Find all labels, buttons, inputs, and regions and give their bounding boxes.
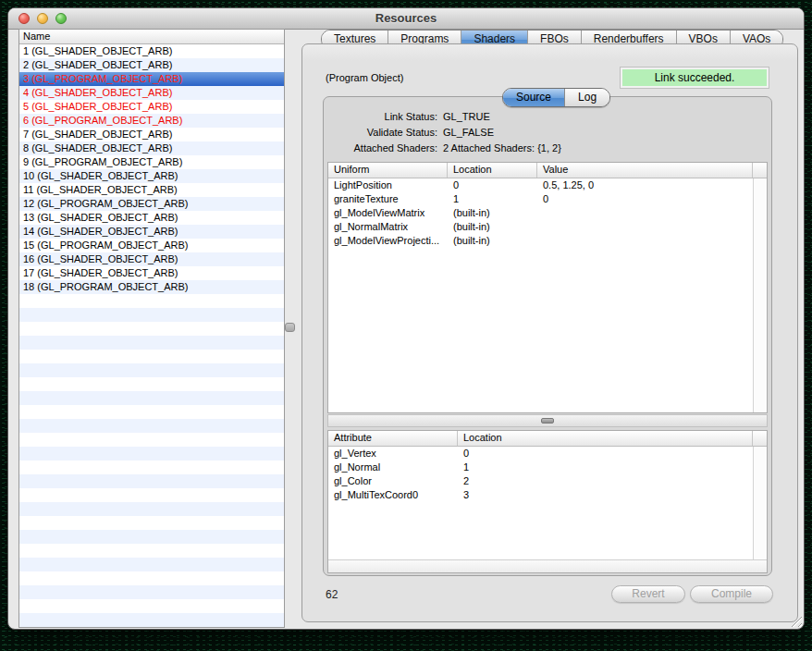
list-item[interactable]: 16 (GL_SHADER_OBJECT_ARB) (19, 252, 284, 266)
table-row[interactable]: gl_ModelViewMatrix(built-in) (328, 206, 753, 220)
table-row[interactable]: gl_Vertex0 (328, 447, 753, 461)
table-row[interactable]: gl_Color2 (328, 474, 753, 488)
source-log-tabs: SourceLog (502, 88, 610, 107)
table-cell: 1 (448, 192, 537, 206)
table-row[interactable]: LightPosition00.5, 1.25, 0 (328, 178, 753, 192)
table-cell: (built-in) (448, 206, 537, 220)
list-item-filler (19, 405, 284, 419)
column-header-location[interactable]: Location (458, 431, 753, 446)
table-cell (537, 234, 753, 248)
source-log-box: SourceLog Link Status:GL_TRUEValidate St… (323, 96, 772, 576)
list-item-filler (19, 363, 284, 377)
list-item-filler (19, 544, 284, 558)
info-label: Validate Status: (324, 125, 437, 141)
subtab-source[interactable]: Source (503, 89, 565, 106)
list-item-filler (19, 377, 284, 391)
list-item-filler (19, 433, 284, 447)
table-cell: 0 (458, 447, 753, 461)
title-bar[interactable]: Resources (8, 8, 804, 30)
table-cell: gl_ModelViewMatrix (328, 206, 448, 220)
list-item[interactable]: 12 (GL_PROGRAM_OBJECT_ARB) (19, 197, 284, 211)
table-cell: gl_ModelViewProjecti... (328, 234, 448, 248)
table-row[interactable]: gl_MultiTexCoord03 (328, 488, 753, 502)
compile-button[interactable]: Compile (690, 585, 773, 603)
list-item[interactable]: 10 (GL_SHADER_OBJECT_ARB) (19, 169, 284, 183)
list-item[interactable]: 8 (GL_SHADER_OBJECT_ARB) (19, 141, 284, 155)
table-cell: gl_MultiTexCoord0 (328, 488, 458, 502)
table-cell: 3 (458, 488, 753, 502)
column-header-attribute[interactable]: Attribute (328, 431, 458, 446)
list-item[interactable]: 4 (GL_SHADER_OBJECT_ARB) (19, 86, 284, 100)
uniform-table-vscrollbar[interactable] (753, 178, 767, 412)
table-row[interactable]: gl_ModelViewProjecti...(built-in) (328, 234, 753, 248)
list-item-filler (19, 558, 284, 571)
pane-splitter-handle[interactable] (285, 323, 295, 332)
list-item-filler (19, 391, 284, 405)
scrollbar-corner (753, 163, 767, 178)
table-cell: 0 (448, 178, 537, 192)
table-cell: 2 (458, 474, 753, 488)
list-item[interactable]: 15 (GL_PROGRAM_OBJECT_ARB) (19, 239, 284, 252)
list-item-filler (19, 419, 284, 433)
column-header-uniform[interactable]: Uniform (328, 163, 448, 178)
list-item[interactable]: 5 (GL_SHADER_OBJECT_ARB) (19, 100, 284, 114)
table-row[interactable]: gl_NormalMatrix(built-in) (328, 220, 753, 234)
object-type-label: (Program Object) (326, 72, 403, 83)
list-item-filler (19, 474, 284, 488)
window-title: Resources (8, 8, 804, 29)
table-cell: gl_Normal (328, 461, 458, 474)
list-item-filler (19, 447, 284, 461)
list-item[interactable]: 2 (GL_SHADER_OBJECT_ARB) (19, 58, 284, 72)
list-item[interactable]: 14 (GL_SHADER_OBJECT_ARB) (19, 225, 284, 239)
resource-list-rows: 1 (GL_SHADER_OBJECT_ARB)2 (GL_SHADER_OBJ… (19, 44, 284, 627)
table-splitter[interactable] (327, 414, 768, 427)
list-item-filler (19, 516, 284, 530)
list-item[interactable]: 13 (GL_SHADER_OBJECT_ARB) (19, 211, 284, 225)
list-item-filler (19, 308, 284, 322)
table-cell: LightPosition (328, 178, 448, 192)
list-item-filler (19, 336, 284, 350)
info-value: GL_FALSE (443, 125, 494, 141)
subtab-log[interactable]: Log (565, 89, 609, 106)
list-item[interactable]: 11 (GL_SHADER_OBJECT_ARB) (19, 183, 284, 197)
program-status-info: Link Status:GL_TRUEValidate Status:GL_FA… (324, 109, 771, 156)
list-item-filler (19, 294, 284, 308)
attribute-table-hscrollbar[interactable] (328, 559, 767, 572)
info-row: Link Status:GL_TRUE (324, 109, 771, 125)
list-item[interactable]: 7 (GL_SHADER_OBJECT_ARB) (19, 128, 284, 141)
list-item[interactable]: 1 (GL_SHADER_OBJECT_ARB) (19, 44, 284, 58)
list-item[interactable]: 6 (GL_PROGRAM_OBJECT_ARB) (19, 114, 284, 128)
table-cell: (built-in) (448, 220, 537, 234)
column-header-value[interactable]: Value (537, 163, 753, 178)
table-row[interactable]: gl_Normal1 (328, 461, 753, 474)
table-cell: 0.5, 1.25, 0 (537, 178, 753, 192)
info-row: Validate Status:GL_FALSE (324, 125, 771, 141)
resources-window: Resources Name 1 (GL_SHADER_OBJECT_ARB)2… (7, 7, 805, 630)
info-value: GL_TRUE (443, 109, 490, 125)
list-item[interactable]: 9 (GL_PROGRAM_OBJECT_ARB) (19, 155, 284, 169)
list-column-header-name[interactable]: Name (19, 30, 284, 44)
table-row[interactable]: graniteTexture10 (328, 192, 753, 206)
list-item-filler (19, 350, 284, 363)
uniform-table-header: UniformLocationValue (328, 163, 767, 178)
column-header-location[interactable]: Location (448, 163, 537, 178)
link-status-badge: Link succeeded. (621, 68, 769, 88)
list-item-filler (19, 613, 284, 627)
shaders-tab-panel: (Program Object) Link succeeded. SourceL… (301, 43, 798, 622)
list-item-filler (19, 599, 284, 613)
list-item-filler (19, 571, 284, 585)
list-item[interactable]: 18 (GL_PROGRAM_OBJECT_ARB) (19, 280, 284, 294)
attribute-table-vscrollbar[interactable] (753, 447, 767, 559)
table-cell: gl_Color (328, 474, 458, 488)
table-splitter-grip-icon (541, 418, 554, 424)
revert-button[interactable]: Revert (611, 585, 685, 603)
table-cell: gl_NormalMatrix (328, 220, 448, 234)
list-item[interactable]: 3 (GL_PROGRAM_OBJECT_ARB) (19, 72, 284, 86)
attribute-table-body: gl_Vertex0gl_Normal1gl_Color2gl_MultiTex… (328, 447, 753, 559)
list-item-filler (19, 585, 284, 599)
scrollbar-corner (753, 431, 767, 446)
table-cell (537, 220, 753, 234)
attribute-table-header: AttributeLocation (328, 431, 767, 447)
list-item-filler (19, 530, 284, 544)
list-item[interactable]: 17 (GL_SHADER_OBJECT_ARB) (19, 266, 284, 280)
